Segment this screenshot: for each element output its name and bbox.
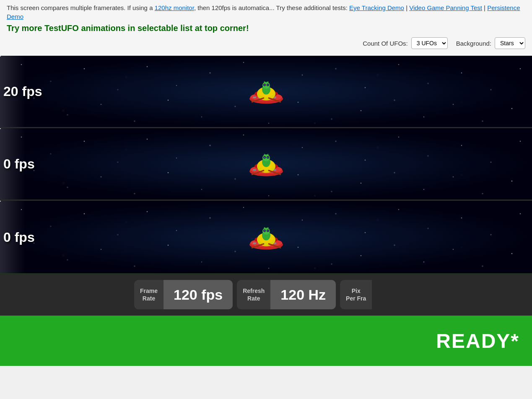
background-label: Background: xyxy=(456,40,491,47)
animation-area: 20 fps xyxy=(0,56,532,274)
120hz-link[interactable]: 120hz monitor xyxy=(155,4,194,11)
frame-rate-label: FrameRate xyxy=(134,287,163,302)
background-select[interactable]: Stars Black Gray xyxy=(495,37,525,49)
page-container: This screen compares multiple framerates… xyxy=(0,0,532,366)
stats-bar: FrameRate 120 fps RefreshRate 120 Hz Pix… xyxy=(0,274,532,316)
pixels-per-frame-card: PixPer Fra xyxy=(340,280,372,309)
svg-rect-2 xyxy=(253,97,256,98)
svg-point-59 xyxy=(264,227,265,228)
svg-point-60 xyxy=(267,227,268,228)
svg-point-39 xyxy=(267,154,268,155)
ufo-strip-2: 0 fps xyxy=(0,128,532,201)
svg-point-37 xyxy=(265,155,267,156)
refresh-rate-card: RefreshRate 120 Hz xyxy=(237,280,336,309)
description-text: This screen compares multiple framerates… xyxy=(7,3,525,21)
video-panning-link[interactable]: Video Game Panning Test xyxy=(409,4,482,11)
background-control: Background: Stars Black Gray xyxy=(456,37,525,49)
eye-tracking-link[interactable]: Eye Tracking Demo xyxy=(349,4,404,11)
frame-rate-value: 120 fps xyxy=(163,280,233,309)
ufo-count-label: Count Of UFOs: xyxy=(363,40,408,47)
ufo-2 xyxy=(245,145,287,183)
ufo-3 xyxy=(245,218,287,256)
top-section: This screen compares multiple framerates… xyxy=(0,0,532,56)
pixels-per-frame-label: PixPer Fra xyxy=(340,287,372,302)
svg-point-36 xyxy=(267,157,268,158)
fps-label-3: 0 fps xyxy=(3,229,35,245)
svg-point-17 xyxy=(264,81,265,83)
svg-point-18 xyxy=(267,81,268,83)
ufo-strip-1: 20 fps xyxy=(0,56,532,128)
fps-label-1: 20 fps xyxy=(3,84,42,99)
svg-point-57 xyxy=(267,230,268,231)
promo-text: Try more TestUFO animations in selectabl… xyxy=(7,23,525,33)
ready-text: READY* xyxy=(436,329,519,352)
ufo-1 xyxy=(245,73,287,110)
frame-rate-card: FrameRate 120 fps xyxy=(134,280,233,309)
svg-point-58 xyxy=(265,228,267,229)
controls-row: Count Of UFOs: 3 UFOs 1 UFO 2 UFOs 4 UFO… xyxy=(7,37,525,49)
svg-point-14 xyxy=(264,84,265,86)
refresh-rate-label: RefreshRate xyxy=(237,287,270,302)
refresh-rate-value: 120 Hz xyxy=(270,280,336,309)
ready-bar: READY* xyxy=(0,316,532,366)
ufo-count-control: Count Of UFOs: 3 UFOs 1 UFO 2 UFOs 4 UFO… xyxy=(363,37,448,49)
svg-point-16 xyxy=(265,82,267,83)
svg-point-38 xyxy=(264,154,265,155)
svg-rect-44 xyxy=(253,242,256,244)
fps-label-2: 0 fps xyxy=(3,156,35,172)
svg-point-56 xyxy=(264,230,265,231)
svg-point-15 xyxy=(267,84,268,86)
ufo-count-select[interactable]: 3 UFOs 1 UFO 2 UFOs 4 UFOs xyxy=(411,37,448,49)
svg-point-35 xyxy=(264,157,265,158)
svg-rect-23 xyxy=(253,169,256,171)
ufo-strip-3: 0 fps xyxy=(0,201,532,273)
